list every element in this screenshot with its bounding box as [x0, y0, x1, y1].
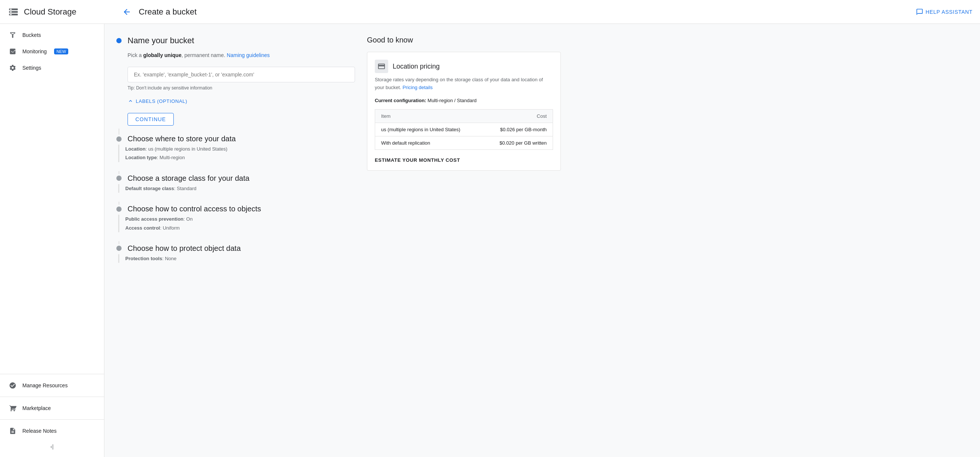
step-access-control-header: Choose how to control access to objects: [116, 205, 355, 213]
public-access-label: Public access prevention: [125, 216, 183, 222]
step-location-title: Choose where to store your data: [127, 135, 235, 143]
pricing-table-item-header: Item: [375, 109, 483, 123]
release-notes-icon: [9, 427, 16, 435]
location-type-label: Location type: [125, 155, 157, 160]
step-storage-class-title: Choose a storage class for your data: [127, 174, 250, 182]
step-location-info: Location: us (multiple regions in United…: [118, 144, 355, 162]
sidebar-item-settings[interactable]: Settings: [0, 60, 101, 76]
public-access-value: On: [186, 216, 192, 222]
current-config-value: Multi-region / Standard: [428, 98, 477, 103]
step-location-line2: Location type: Multi-region: [125, 153, 355, 162]
help-assistant-button[interactable]: HELP ASSISTANT: [916, 8, 972, 16]
monitoring-icon: [9, 48, 16, 55]
settings-icon: [9, 64, 16, 71]
sidebar-item-marketplace[interactable]: Marketplace: [0, 400, 101, 416]
side-panel: Good to know Location pricing Storage ra…: [367, 36, 561, 445]
pricing-card: Location pricing Storage rates vary depe…: [367, 52, 561, 171]
svg-rect-5: [10, 14, 12, 14]
page-title: Create a bucket: [139, 7, 197, 17]
step-access-line2: Access control: Uniform: [125, 224, 355, 232]
pricing-card-header: Location pricing: [375, 60, 553, 73]
step-divider-2: [119, 171, 355, 174]
step-protect-data-dot: [116, 246, 122, 251]
input-tip: Tip: Don't include any sensitive informa…: [127, 86, 355, 90]
sidebar-release-notes-label: Release Notes: [22, 428, 57, 434]
sidebar-manage-resources-label: Manage Resources: [22, 382, 67, 389]
pricing-row1-item: us (multiple regions in United States): [375, 123, 483, 136]
content-area: Name your bucket Pick a globally unique,…: [104, 24, 980, 457]
step-storage-class-header: Choose a storage class for your data: [116, 174, 355, 182]
new-badge: NEW: [54, 48, 68, 54]
sidebar-divider-2: [0, 397, 104, 397]
sidebar-marketplace-label: Marketplace: [22, 405, 51, 411]
app-container: Cloud Storage Create a bucket HELP ASSIS…: [0, 0, 980, 457]
step-name: Name your bucket Pick a globally unique,…: [116, 36, 355, 125]
top-bar: Cloud Storage Create a bucket HELP ASSIS…: [0, 0, 980, 24]
location-type-value: Multi-region: [160, 155, 185, 160]
step-storage-class: Choose a storage class for your data Def…: [116, 174, 355, 193]
globally-unique-text: globally unique: [143, 52, 181, 58]
step-protect-data-title: Choose how to protect object data: [127, 244, 241, 253]
continue-button[interactable]: CONTINUE: [127, 113, 174, 125]
pricing-table-row-1: us (multiple regions in United States) $…: [375, 123, 553, 136]
pricing-icon: [375, 60, 388, 73]
step-protect-data: Choose how to protect object data Protec…: [116, 244, 355, 263]
sidebar-item-buckets[interactable]: Buckets: [0, 27, 101, 43]
collapse-sidebar-button[interactable]: ‹|: [0, 439, 104, 454]
pricing-card-title: Location pricing: [393, 63, 440, 70]
sidebar-item-release-notes[interactable]: Release Notes: [0, 423, 101, 439]
sidebar-buckets-label: Buckets: [22, 32, 41, 38]
step-divider-4: [119, 241, 355, 244]
labels-toggle-button[interactable]: LABELS (OPTIONAL): [127, 98, 187, 104]
step-storage-class-info: Default storage class: Standard: [118, 184, 355, 193]
step-name-body: Pick a globally unique, permanent name. …: [116, 51, 355, 125]
location-value: us (multiple regions in United States): [148, 146, 227, 152]
app-title: Cloud Storage: [24, 7, 76, 17]
sidebar-item-monitoring[interactable]: Monitoring NEW: [0, 43, 101, 60]
marketplace-icon: [9, 405, 16, 412]
step-protect-data-info: Protection tools: None: [118, 254, 355, 263]
sidebar: Buckets Monitoring NEW Settings: [0, 24, 104, 457]
svg-rect-3: [10, 9, 12, 10]
estimate-cost-button[interactable]: ESTIMATE YOUR MONTHLY COST: [375, 157, 460, 163]
top-bar-right: HELP ASSISTANT: [916, 8, 972, 16]
sidebar-settings-label: Settings: [22, 65, 41, 71]
step-access-line1: Public access prevention: On: [125, 215, 355, 223]
collapse-icon: ‹|: [50, 444, 53, 449]
sidebar-spacer: [0, 76, 104, 371]
naming-guidelines-link[interactable]: Naming guidelines: [227, 52, 270, 58]
sidebar-item-manage-resources[interactable]: Manage Resources: [0, 377, 101, 394]
step-protect-data-header: Choose how to protect object data: [116, 244, 355, 253]
step-access-control-title: Choose how to control access to objects: [127, 205, 261, 213]
bucket-name-input[interactable]: [127, 67, 355, 83]
step-storage-class-dot: [116, 176, 122, 181]
pricing-table-cost-header: Cost: [483, 109, 553, 123]
help-assistant-label: HELP ASSISTANT: [926, 9, 972, 15]
step-name-desc: Pick a globally unique, permanent name. …: [127, 51, 355, 59]
pricing-table: Item Cost us (multiple regions in United…: [375, 109, 553, 150]
sidebar-divider-1: [0, 374, 104, 374]
sidebar-divider-3: [0, 419, 104, 420]
pricing-row2-cost: $0.020 per GB written: [483, 136, 553, 149]
step-name-header: Name your bucket: [116, 36, 355, 46]
default-class-label: Default storage class: [125, 186, 174, 191]
step-protect-line1: Protection tools: None: [125, 254, 355, 263]
current-config-label: Current configuration:: [375, 98, 426, 103]
sidebar-monitoring-label: Monitoring: [22, 48, 47, 54]
pricing-table-header-row: Item Cost: [375, 109, 553, 123]
protection-tools-label: Protection tools: [125, 256, 162, 261]
protection-tools-value: None: [165, 256, 177, 261]
wizard: Name your bucket Pick a globally unique,…: [116, 36, 355, 445]
step-divider-1: [119, 129, 355, 135]
current-config: Current configuration: Multi-region / St…: [375, 98, 553, 103]
back-button[interactable]: [119, 5, 134, 19]
step-name-title: Name your bucket: [127, 36, 194, 46]
good-to-know-title: Good to know: [367, 36, 561, 44]
pricing-desc: Storage rates vary depending on the stor…: [375, 76, 553, 92]
svg-rect-4: [10, 11, 12, 12]
step-location-dot: [116, 136, 122, 142]
top-bar-left: Cloud Storage: [8, 6, 112, 18]
access-control-value: Uniform: [162, 225, 180, 231]
pricing-details-link[interactable]: Pricing details: [402, 85, 433, 90]
pricing-row1-cost: $0.026 per GB-month: [483, 123, 553, 136]
